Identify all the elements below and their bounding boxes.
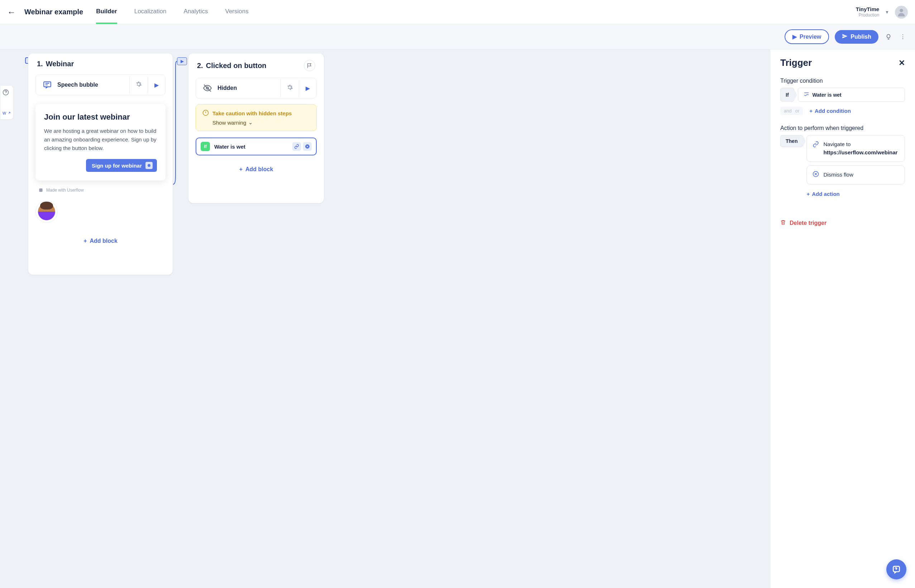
then-pill[interactable]: Then	[780, 135, 803, 147]
trash-icon	[780, 220, 786, 227]
persona-avatar	[36, 200, 58, 223]
svg-rect-2	[44, 82, 51, 87]
preview-button[interactable]: ▶ Preview	[785, 29, 829, 44]
step2-number: 2.	[197, 61, 203, 70]
tab-builder[interactable]: Builder	[96, 0, 117, 24]
warning-icon	[202, 110, 209, 117]
more-menu-icon[interactable]: ⋮	[899, 32, 907, 41]
tab-versions[interactable]: Versions	[225, 0, 249, 24]
step1-play-button[interactable]: ▶	[148, 77, 165, 94]
dismiss-action[interactable]: Dismiss flow	[807, 165, 905, 184]
delete-trigger-button[interactable]: Delete trigger	[780, 220, 826, 227]
speech-bubble-icon	[42, 80, 52, 90]
step-card-2: 2. Clicked on button Hidden ▶	[188, 53, 324, 204]
finish-flag-icon[interactable]	[304, 60, 315, 71]
help-fab[interactable]	[886, 559, 906, 579]
if-badge: if	[200, 142, 210, 151]
link-icon	[813, 141, 819, 149]
if-pill[interactable]: If	[780, 88, 794, 102]
user-avatar[interactable]	[895, 6, 908, 19]
step1-preview: Join our latest webinar We are hosting a…	[36, 104, 165, 181]
water-icon	[803, 91, 810, 99]
add-action-link[interactable]: + Add action	[807, 191, 839, 197]
plus-icon: +	[84, 238, 87, 244]
navigate-url: https://userflow.com/webinar	[823, 149, 897, 155]
dismiss-icon	[813, 171, 819, 179]
chevron-down-icon[interactable]: ▼	[885, 10, 889, 15]
step2-title: Clicked on button	[206, 61, 267, 70]
tab-analytics[interactable]: Analytics	[183, 0, 208, 24]
publish-button[interactable]: Publish	[835, 30, 878, 44]
step1-title: Webinar	[46, 60, 74, 68]
page-title: Webinar example	[24, 8, 83, 16]
step1-settings-button[interactable]	[129, 76, 148, 94]
condition-text: Water is wet	[214, 144, 288, 150]
cta-connector-dot	[145, 162, 153, 169]
step1-block-label: Speech bubble	[57, 82, 98, 88]
plus-icon: +	[809, 108, 813, 114]
condition-link-icon[interactable]	[293, 142, 301, 151]
step2-block-label: Hidden	[217, 85, 237, 91]
close-inspector-button[interactable]: ✕	[899, 58, 905, 68]
condition-remove-icon[interactable]	[303, 142, 312, 151]
workspace-selector[interactable]: TinyTime Production	[856, 6, 879, 18]
step1-number: 1.	[37, 60, 43, 68]
workspace-env: Production	[856, 13, 879, 18]
preview-cta-button[interactable]: Sign up for webinar	[86, 159, 157, 172]
chevron-down-icon: ⌄	[248, 119, 253, 126]
paper-plane-icon	[842, 33, 848, 40]
step2-settings-button[interactable]	[281, 79, 299, 97]
step2-play-button[interactable]: ▶	[299, 80, 316, 97]
and-or-pills[interactable]: and or	[780, 107, 803, 115]
trigger-condition-label: Trigger condition	[780, 78, 905, 84]
step2-connector-arrow: ▶	[177, 57, 187, 65]
inspector-panel: Trigger ✕ Trigger condition If Water is …	[770, 49, 915, 588]
step2-add-block[interactable]: + Add block	[188, 155, 324, 180]
workspace-name: TinyTime	[856, 6, 879, 13]
inspector-title: Trigger	[780, 57, 812, 68]
step1-block-row[interactable]: Speech bubble ▶	[36, 74, 165, 95]
action-section-label: Action to perform when triggered	[780, 125, 905, 131]
step1-add-block[interactable]: + Add block	[28, 227, 173, 251]
made-with-badge: Made with Userflow	[36, 184, 165, 196]
step2-block-row[interactable]: Hidden ▶	[196, 78, 317, 99]
plus-icon: +	[239, 166, 242, 173]
add-condition-link[interactable]: + Add condition	[809, 108, 851, 114]
navigate-action[interactable]: Navigate to https://userflow.com/webinar	[807, 135, 905, 162]
play-icon: ▶	[792, 33, 797, 40]
condition-block[interactable]: if Water is wet	[196, 137, 317, 155]
condition-value-pill[interactable]: Water is wet	[798, 88, 905, 102]
svg-rect-3	[39, 188, 42, 192]
navigate-label: Navigate to	[823, 141, 850, 147]
svg-point-0	[900, 9, 903, 12]
preview-heading: Join our latest webinar	[44, 112, 157, 122]
step-card-1: 1. Webinar Speech bubble ▶ Join our late…	[28, 53, 173, 275]
show-warning-toggle[interactable]: Show warning ⌄	[212, 119, 310, 126]
plus-icon: +	[807, 191, 810, 197]
hidden-step-warning: Take caution with hidden steps Show warn…	[196, 104, 317, 131]
lightbulb-icon[interactable]	[884, 32, 893, 41]
preview-body: We are hosting a great webinar on how to…	[44, 127, 157, 153]
back-button[interactable]: ←	[7, 7, 16, 17]
tab-localization[interactable]: Localization	[134, 0, 167, 24]
hidden-eye-icon	[202, 83, 212, 93]
